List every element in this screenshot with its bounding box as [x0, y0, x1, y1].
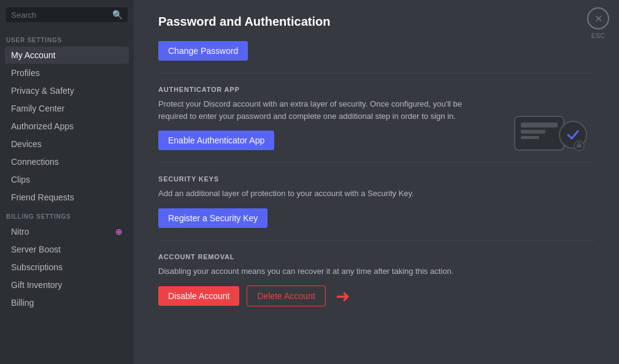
sidebar-item-privacy-safety[interactable]: Privacy & Safety: [5, 82, 129, 99]
sidebar-item-label: My Account: [11, 50, 55, 60]
sidebar-item-label: Clips: [11, 175, 30, 184]
sidebar-section-label: BILLING SETTINGS: [0, 208, 134, 222]
account-removal-section: ACCOUNT REMOVAL Disabling your account m…: [158, 253, 594, 307]
account-removal-desc: Disabling your account means you can rec…: [158, 265, 465, 278]
sidebar-item-label: Nitro: [11, 227, 29, 237]
enable-authenticator-button[interactable]: Enable Authenticator App: [158, 131, 274, 150]
svg-rect-6: [577, 145, 582, 148]
sidebar-item-label: Devices: [11, 139, 42, 149]
esc-circle: ✕: [587, 7, 609, 29]
sidebar-item-server-boost[interactable]: Server Boost: [5, 241, 129, 258]
sidebar-item-label: Friend Requests: [11, 192, 74, 202]
authenticator-label: AUTHENTICATOR APP: [158, 86, 594, 93]
sidebar-item-billing[interactable]: Billing: [5, 294, 129, 311]
nitro-badge-icon: ⊕: [115, 227, 123, 237]
svg-rect-1: [521, 123, 558, 127]
content-wrapper: Password and Authentication Change Passw…: [134, 0, 619, 364]
svg-rect-2: [521, 130, 545, 134]
change-password-button[interactable]: Change Password: [158, 41, 248, 61]
sidebar-item-gift-inventory[interactable]: Gift Inventory: [5, 276, 129, 294]
sidebar: 🔍 USER SETTINGSMy AccountProfilesPrivacy…: [0, 0, 134, 364]
sidebar-item-label: Privacy & Safety: [11, 86, 74, 96]
divider-1: [158, 73, 594, 74]
sidebar-item-devices[interactable]: Devices: [5, 135, 129, 153]
sidebar-item-authorized-apps[interactable]: Authorized Apps: [5, 118, 129, 135]
sidebar-item-label: Billing: [11, 298, 34, 308]
divider-3: [158, 240, 594, 241]
sidebar-item-label: Connections: [11, 157, 59, 167]
authenticator-desc: Protect your Discord account with an ext…: [158, 98, 465, 122]
security-keys-label: SECURITY KEYS: [158, 175, 594, 183]
sidebar-section-label: USER SETTINGS: [0, 32, 134, 46]
sidebar-item-label: Server Boost: [11, 245, 61, 254]
register-security-key-button[interactable]: Register a Security Key: [158, 208, 267, 228]
sidebar-item-label: Family Center: [11, 104, 64, 113]
sidebar-item-profiles[interactable]: Profiles: [5, 64, 129, 82]
sidebar-item-friend-requests[interactable]: Friend Requests: [5, 189, 129, 206]
sidebar-item-my-account[interactable]: My Account: [5, 47, 129, 64]
arrow-indicator: ➜: [336, 286, 350, 306]
sidebar-item-label: Subscriptions: [11, 262, 63, 272]
sidebar-item-label: Authorized Apps: [11, 121, 74, 131]
sidebar-item-label: Profiles: [11, 68, 40, 78]
search-icon: 🔍: [112, 10, 123, 20]
sidebar-item-label: Gift Inventory: [11, 280, 62, 290]
svg-rect-3: [521, 136, 539, 139]
security-keys-section: SECURITY KEYS Add an additional layer of…: [158, 175, 594, 228]
sidebar-item-subscriptions[interactable]: Subscriptions: [5, 259, 129, 276]
esc-label: ESC: [591, 32, 606, 39]
security-keys-desc: Add an additional layer of protection to…: [158, 188, 465, 200]
page-title: Password and Authentication: [158, 15, 594, 29]
account-removal-label: ACCOUNT REMOVAL: [158, 253, 594, 260]
search-box[interactable]: 🔍: [6, 7, 128, 22]
authenticator-section: AUTHENTICATOR APP Protect your Discord a…: [158, 86, 594, 150]
sidebar-item-nitro[interactable]: Nitro⊕: [5, 223, 129, 240]
search-input[interactable]: [11, 10, 110, 20]
main-wrapper: Password and Authentication Change Passw…: [134, 0, 619, 364]
disable-account-button[interactable]: Disable Account: [158, 286, 239, 306]
main-content: Password and Authentication Change Passw…: [134, 0, 619, 364]
esc-button[interactable]: ✕ ESC: [587, 7, 609, 39]
account-removal-buttons: Disable Account Delete Account ➜: [158, 286, 594, 306]
sidebar-item-connections[interactable]: Connections: [5, 153, 129, 170]
auth-illustration: [509, 104, 594, 165]
sidebar-item-family-center[interactable]: Family Center: [5, 100, 129, 117]
sidebar-item-clips[interactable]: Clips: [5, 171, 129, 188]
delete-account-button[interactable]: Delete Account: [247, 286, 325, 306]
